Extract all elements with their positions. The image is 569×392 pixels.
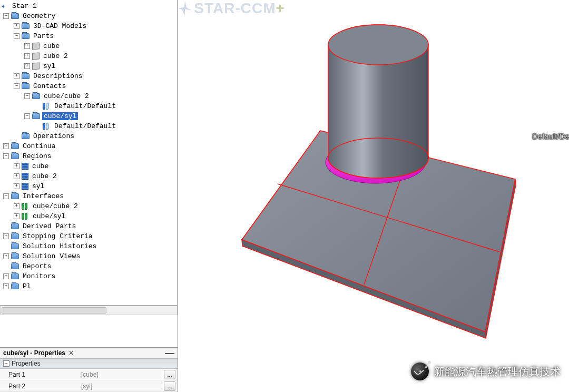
properties-panel: cube/syl - Properties ✕ — − Properties P… — [0, 347, 178, 392]
node-label: Descriptions — [32, 72, 84, 80]
node-monitors[interactable]: + Monitors — [0, 271, 177, 281]
expand-icon[interactable]: + — [3, 143, 9, 149]
folder-icon — [11, 253, 19, 259]
browse-button[interactable]: ... — [164, 381, 175, 391]
folder-icon — [32, 113, 40, 119]
minimize-icon[interactable]: — — [165, 350, 174, 356]
region-icon — [22, 173, 28, 180]
node-parts[interactable]: − Parts — [0, 31, 177, 41]
star-icon: ✦ — [1, 3, 8, 10]
folder-icon — [11, 193, 19, 199]
node-label: Continua — [21, 142, 57, 150]
node-label: cube/syl — [31, 212, 67, 220]
node-label: Parts — [32, 32, 55, 40]
node-label: Regions — [21, 152, 53, 160]
properties-title: cube/syl - Properties — [3, 349, 65, 357]
collapse-icon[interactable]: − — [14, 33, 19, 39]
node-contact-cube-syl[interactable]: − cube/syl — [0, 111, 177, 121]
expand-icon[interactable]: + — [24, 63, 30, 69]
node-descriptions[interactable]: + Descriptions — [0, 71, 177, 81]
node-solution-views[interactable]: + Solution Views — [0, 251, 177, 261]
node-reports[interactable]: Reports — [0, 261, 177, 271]
properties-tab[interactable]: cube/syl - Properties ✕ — — [0, 348, 178, 359]
tree-pane[interactable]: ✦ Star 1 − Geometry + 3D-CAD Models — [0, 0, 178, 306]
node-part-cube2[interactable]: + cube 2 — [0, 51, 177, 61]
collapse-icon[interactable]: − — [3, 193, 9, 199]
expand-icon[interactable]: + — [14, 183, 19, 189]
expand-icon[interactable]: + — [14, 213, 19, 219]
expand-icon[interactable]: + — [24, 53, 30, 59]
folder-icon — [11, 143, 19, 149]
property-row[interactable]: Part 1 [cube] ... — [0, 369, 178, 380]
expand-icon[interactable]: + — [14, 203, 19, 209]
expand-icon[interactable]: + — [3, 253, 9, 259]
node-label: Stopping Criteria — [21, 232, 94, 240]
properties-section-header[interactable]: − Properties — [0, 359, 178, 369]
node-derived-parts[interactable]: Derived Parts — [0, 221, 177, 231]
node-part-syl[interactable]: + syl — [0, 61, 177, 71]
collapse-icon[interactable]: − — [24, 113, 30, 119]
expand-icon[interactable]: + — [14, 173, 19, 179]
node-label: Contacts — [32, 82, 67, 90]
node-interface-b[interactable]: + cube/syl — [0, 211, 177, 221]
node-region-cube[interactable]: + cube — [0, 161, 177, 171]
part-icon — [32, 53, 40, 60]
node-cad-models[interactable]: + 3D-CAD Models — [0, 21, 177, 31]
node-region-cube2[interactable]: + cube 2 — [0, 171, 177, 181]
node-interface-a[interactable]: + cube/cube 2 — [0, 201, 177, 211]
3d-viewport[interactable]: STAR-CCM+ — [178, 0, 569, 392]
node-solution-histories[interactable]: Solution Histories — [0, 241, 177, 251]
node-stopping-criteria[interactable]: + Stopping Criteria — [0, 231, 177, 241]
geometry-scene[interactable] — [178, 0, 569, 392]
expand-icon[interactable]: + — [14, 163, 19, 169]
part-icon — [32, 63, 40, 70]
node-plots-truncated[interactable]: + Pl — [0, 281, 177, 291]
interface-icon — [22, 203, 29, 210]
node-operations[interactable]: Operations — [0, 131, 177, 141]
horizontal-scrollbar[interactable] — [0, 306, 178, 315]
node-label: cube — [31, 162, 50, 170]
expand-icon[interactable]: + — [24, 43, 30, 49]
node-label: Reports — [21, 262, 53, 270]
node-continua[interactable]: + Continua — [0, 141, 177, 151]
node-contact-cube-cube2[interactable]: − cube/cube 2 — [0, 91, 177, 101]
expand-icon[interactable]: + — [3, 283, 9, 289]
node-label: cube/cube 2 — [42, 92, 91, 100]
node-part-cube[interactable]: + cube — [0, 41, 177, 51]
folder-icon — [11, 273, 19, 279]
node-geometry[interactable]: − Geometry — [0, 11, 177, 21]
node-regions[interactable]: − Regions — [0, 151, 177, 161]
collapse-icon[interactable]: − — [3, 153, 9, 159]
node-label: Operations — [32, 132, 76, 140]
node-contact-default-b[interactable]: Default/Default — [0, 121, 177, 131]
expand-icon[interactable]: + — [14, 23, 19, 29]
folder-icon — [22, 33, 30, 39]
collapse-icon[interactable]: − — [24, 93, 30, 99]
collapse-icon[interactable]: − — [14, 83, 19, 89]
contact-pair-icon — [43, 123, 51, 130]
region-icon — [22, 183, 28, 190]
folder-icon — [11, 233, 19, 239]
expand-icon[interactable]: + — [14, 73, 19, 79]
contact-pair-icon — [43, 103, 51, 110]
node-label: Pl — [21, 282, 33, 290]
node-label: Geometry — [21, 12, 57, 20]
node-label: cube/cube 2 — [31, 202, 80, 210]
wechat-icon — [411, 362, 429, 380]
node-region-syl[interactable]: + syl — [0, 181, 177, 191]
browse-button[interactable]: ... — [164, 370, 175, 379]
property-row[interactable]: Part 2 [syl] ... — [0, 380, 178, 392]
expand-icon[interactable]: + — [3, 273, 9, 279]
close-icon[interactable]: ✕ — [68, 349, 74, 357]
collapse-icon[interactable]: − — [3, 360, 9, 367]
node-sim-root[interactable]: ✦ Star 1 — [0, 1, 177, 11]
collapse-icon[interactable]: − — [3, 13, 9, 19]
node-interfaces[interactable]: − Interfaces — [0, 191, 177, 201]
node-contacts[interactable]: − Contacts — [0, 81, 177, 91]
node-label: cube 2 — [31, 172, 58, 180]
scrollbar-thumb[interactable] — [2, 307, 106, 313]
node-contact-default-a[interactable]: Default/Default — [0, 101, 177, 111]
folder-icon — [11, 13, 19, 19]
expand-icon[interactable]: + — [3, 233, 9, 239]
watermark-text: 新能源汽车热管理仿真技术 — [434, 365, 561, 379]
